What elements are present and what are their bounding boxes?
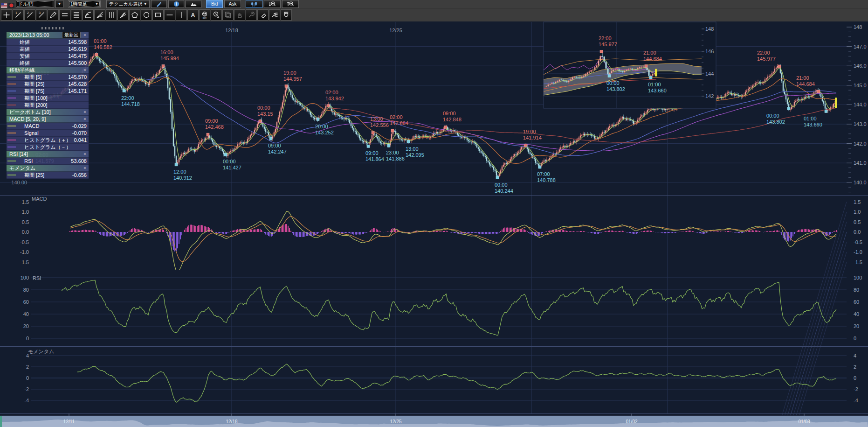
tool-hlines-2-button[interactable] (59, 9, 70, 21)
svg-text:23:00: 23:00 (386, 150, 399, 155)
tool-hand-button[interactable] (234, 9, 245, 21)
tool-copy-button[interactable] (222, 9, 234, 21)
svg-text:140.00: 140.00 (11, 180, 27, 185)
tool-trendline-3-button[interactable]: 3 (36, 9, 47, 21)
pentagon-icon (131, 11, 139, 19)
tool-eraser-button[interactable] (257, 9, 269, 21)
tool-icon-stamp-button[interactable]: icon (199, 9, 210, 21)
wrench-icon (247, 11, 255, 19)
svg-text:143.802: 143.802 (766, 119, 785, 125)
svg-text:07:00: 07:00 (537, 171, 550, 177)
symbol-dropdown-arrow-button[interactable]: ▼ (55, 0, 63, 8)
zoom-in-vertical-button[interactable] (282, 0, 299, 8)
tool-text-a-button[interactable]: A (187, 9, 199, 21)
svg-text:12/18: 12/18 (225, 28, 238, 33)
crosshair-icon (2, 11, 11, 19)
tool-vlines-button[interactable] (106, 9, 117, 21)
mountain-chart-button[interactable] (186, 0, 201, 8)
info-button[interactable]: i (168, 0, 184, 8)
tool-circle-button[interactable] (141, 9, 152, 21)
tool-pentagon-button[interactable] (129, 9, 140, 21)
tool-trendline-1-button[interactable]: 1 (13, 9, 24, 21)
magnet-icon (282, 11, 290, 19)
svg-text:0: 0 (854, 336, 856, 341)
panel-row: MACD-0.029 (7, 123, 89, 130)
panel-row-value: 145.598 (68, 39, 87, 45)
svg-text:12/25: 12/25 (389, 28, 402, 33)
pencil-line-icon (49, 11, 57, 19)
svg-text:12:00: 12:00 (173, 169, 186, 175)
panel-header-label: ピークボトム [10] (9, 109, 51, 116)
tool-crosshair-button[interactable] (1, 9, 12, 21)
tool-fan-lines-button[interactable] (94, 9, 105, 21)
panel-row-label: ヒストグラム（＋） (24, 137, 71, 144)
fan-arc-icon (84, 11, 92, 19)
tool-wrench-button[interactable] (246, 9, 257, 21)
draw-pencil-button[interactable] (151, 0, 167, 8)
svg-text:146.0: 146.0 (854, 63, 867, 69)
svg-text:143.660: 143.660 (648, 88, 667, 93)
svg-text:09:00: 09:00 (443, 111, 456, 116)
panel-row: 始値145.598 (7, 39, 89, 46)
tool-fan-arc-button[interactable] (83, 9, 94, 21)
close-icon[interactable]: × (83, 152, 87, 156)
tool-hlines-4-button[interactable] (71, 9, 82, 21)
svg-text:16:00: 16:00 (160, 49, 173, 55)
chart-mode-button[interactable] (246, 0, 262, 8)
fx-chart-window: ドル/円 ▼ 1時間足 ▼ テクニカル選択 ▼ i Bid Ask (0, 0, 868, 427)
tool-rectangle-button[interactable] (152, 9, 164, 21)
svg-text:1.0: 1.0 (854, 209, 861, 215)
svg-text:-1.0: -1.0 (20, 249, 29, 255)
svg-text:00:00: 00:00 (606, 80, 620, 86)
close-icon[interactable]: × (83, 110, 87, 114)
close-icon[interactable]: × (83, 166, 87, 170)
svg-text:100: 100 (854, 275, 862, 280)
panel-drag-grip[interactable] (41, 27, 66, 29)
info-icon: i (173, 1, 179, 7)
tool-pencil-line-button[interactable] (48, 9, 59, 21)
technical-select-button[interactable]: テクニカル選択 ▼ (106, 0, 150, 8)
svg-text:141.914: 141.914 (523, 135, 542, 140)
timeframe-select[interactable]: 1時間足 ▼ (68, 0, 101, 7)
svg-text:09:00: 09:00 (205, 118, 218, 124)
close-icon[interactable]: × (83, 33, 87, 37)
svg-text:141.0: 141.0 (854, 160, 867, 166)
svg-text:140.244: 140.244 (495, 188, 513, 194)
bid-button[interactable]: Bid (206, 0, 223, 8)
timeframe-label: 1時間足 (70, 1, 87, 7)
ask-button[interactable]: Ask (224, 0, 241, 8)
panel-header-label: モメンタム (9, 165, 35, 172)
panel-row-value: 145.570 (68, 74, 87, 80)
tool-rays-button[interactable] (117, 9, 129, 21)
svg-text:146: 146 (705, 49, 714, 54)
zoom-out-vertical-button[interactable] (264, 0, 281, 8)
latest-bar-tag[interactable]: 最新足 (62, 32, 81, 38)
symbol-select[interactable]: ドル/円 (16, 0, 54, 7)
series-color-swatch (7, 77, 16, 77)
close-icon[interactable]: × (83, 68, 87, 72)
tool-clock-back-button[interactable] (211, 9, 222, 21)
panel-row: Signal-0.070 (7, 130, 89, 137)
svg-text:1: 1 (15, 11, 17, 14)
svg-text:0.5: 0.5 (854, 219, 861, 225)
tool-magnet-button[interactable] (281, 9, 292, 21)
panel-row-value: 145.171 (68, 88, 87, 94)
symbol-label: ドル/円 (18, 1, 34, 7)
svg-text:22:00: 22:00 (757, 50, 770, 56)
svg-text:60: 60 (854, 299, 859, 305)
panel-section-header: 2023/12/13 05:00最新足× (7, 32, 89, 39)
panel-row-value: -0.070 (72, 130, 87, 136)
close-icon[interactable]: × (83, 117, 87, 121)
tool-wrench-list-button[interactable] (269, 9, 280, 21)
panel-row-label: ヒストグラム（－） (24, 144, 71, 151)
zoom-window[interactable]: 22:00145.97721:00144.68400:00143.80201:0… (544, 22, 716, 108)
tool-vline-button[interactable] (176, 9, 187, 21)
chart-scrollbar[interactable]: 12/1112/1812/2501/0201/08 (0, 413, 868, 427)
svg-text:142.664: 142.664 (390, 120, 408, 126)
drawing-toolbar: 123Aicon (0, 8, 868, 21)
panel-row: 期間 [25]-0.656 (7, 172, 89, 179)
tool-hline-button[interactable] (164, 9, 175, 21)
panel-row-value: 145.628 (68, 81, 87, 87)
tool-trendline-2-button[interactable]: 2 (24, 9, 35, 21)
chart-canvas[interactable]: 12/1812/2501/08148147.0146.0145.0144.014… (0, 0, 868, 427)
